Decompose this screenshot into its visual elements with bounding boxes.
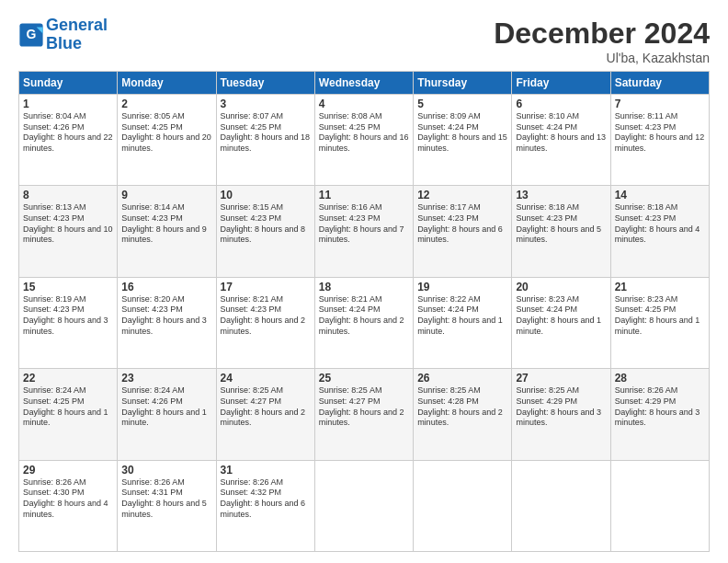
day-cell-10: 10 Sunrise: 8:15 AMSunset: 4:23 PMDaylig… (216, 186, 314, 277)
day-cell-9: 9 Sunrise: 8:14 AMSunset: 4:23 PMDayligh… (118, 186, 216, 277)
logo: G General Blue (18, 17, 108, 53)
day-cell-6: 6 Sunrise: 8:10 AMSunset: 4:24 PMDayligh… (512, 95, 610, 186)
day-cell-7: 7 Sunrise: 8:11 AMSunset: 4:23 PMDayligh… (610, 95, 709, 186)
day-cell-14: 14 Sunrise: 8:18 AMSunset: 4:23 PMDaylig… (610, 186, 709, 277)
week-row-1: 1 Sunrise: 8:04 AMSunset: 4:26 PMDayligh… (19, 95, 710, 186)
header-sunday: Sunday (19, 72, 118, 95)
week-row-2: 8 Sunrise: 8:13 AMSunset: 4:23 PMDayligh… (19, 186, 710, 277)
day-cell-22: 22 Sunrise: 8:24 AMSunset: 4:25 PMDaylig… (19, 369, 118, 460)
header-tuesday: Tuesday (216, 72, 314, 95)
empty-cell-1 (314, 460, 413, 551)
day-cell-4: 4 Sunrise: 8:08 AMSunset: 4:25 PMDayligh… (314, 95, 413, 186)
page: G General Blue December 2024 Ul'ba, Kaza… (0, 0, 728, 563)
day-cell-18: 18 Sunrise: 8:21 AMSunset: 4:24 PMDaylig… (314, 277, 413, 368)
day-cell-19: 19 Sunrise: 8:22 AMSunset: 4:24 PMDaylig… (414, 277, 512, 368)
day-cell-31: 31 Sunrise: 8:26 AMSunset: 4:32 PMDaylig… (216, 460, 314, 551)
day-cell-30: 30 Sunrise: 8:26 AMSunset: 4:31 PMDaylig… (118, 460, 216, 551)
day-cell-11: 11 Sunrise: 8:16 AMSunset: 4:23 PMDaylig… (314, 186, 413, 277)
week-row-3: 15 Sunrise: 8:19 AMSunset: 4:23 PMDaylig… (19, 277, 710, 368)
day-cell-23: 23 Sunrise: 8:24 AMSunset: 4:26 PMDaylig… (118, 369, 216, 460)
header: G General Blue December 2024 Ul'ba, Kaza… (18, 17, 710, 65)
day-cell-24: 24 Sunrise: 8:25 AMSunset: 4:27 PMDaylig… (216, 369, 314, 460)
day-cell-2: 2 Sunrise: 8:05 AMSunset: 4:25 PMDayligh… (118, 95, 216, 186)
day-cell-12: 12 Sunrise: 8:17 AMSunset: 4:23 PMDaylig… (414, 186, 512, 277)
week-row-4: 22 Sunrise: 8:24 AMSunset: 4:25 PMDaylig… (19, 369, 710, 460)
empty-cell-2 (414, 460, 512, 551)
day-cell-15: 15 Sunrise: 8:19 AMSunset: 4:23 PMDaylig… (19, 277, 118, 368)
week-row-5: 29 Sunrise: 8:26 AMSunset: 4:30 PMDaylig… (19, 460, 710, 551)
day-cell-17: 17 Sunrise: 8:21 AMSunset: 4:23 PMDaylig… (216, 277, 314, 368)
day-cell-16: 16 Sunrise: 8:20 AMSunset: 4:23 PMDaylig… (118, 277, 216, 368)
header-thursday: Thursday (414, 72, 512, 95)
day-cell-3: 3 Sunrise: 8:07 AMSunset: 4:25 PMDayligh… (216, 95, 314, 186)
logo-icon: G (18, 22, 44, 48)
svg-text:G: G (27, 27, 37, 41)
day-cell-5: 5 Sunrise: 8:09 AMSunset: 4:24 PMDayligh… (414, 95, 512, 186)
day-cell-1: 1 Sunrise: 8:04 AMSunset: 4:26 PMDayligh… (19, 95, 118, 186)
month-title: December 2024 (494, 17, 710, 51)
empty-cell-3 (512, 460, 610, 551)
day-cell-25: 25 Sunrise: 8:25 AMSunset: 4:27 PMDaylig… (314, 369, 413, 460)
location: Ul'ba, Kazakhstan (494, 51, 710, 65)
logo-text: General Blue (46, 17, 108, 53)
day-cell-20: 20 Sunrise: 8:23 AMSunset: 4:24 PMDaylig… (512, 277, 610, 368)
logo-blue: Blue (46, 34, 82, 52)
header-wednesday: Wednesday (314, 72, 413, 95)
day-cell-26: 26 Sunrise: 8:25 AMSunset: 4:28 PMDaylig… (414, 369, 512, 460)
empty-cell-4 (610, 460, 709, 551)
day-cell-21: 21 Sunrise: 8:23 AMSunset: 4:25 PMDaylig… (610, 277, 709, 368)
day-cell-29: 29 Sunrise: 8:26 AMSunset: 4:30 PMDaylig… (19, 460, 118, 551)
header-monday: Monday (118, 72, 216, 95)
header-saturday: Saturday (610, 72, 709, 95)
weekday-header-row: Sunday Monday Tuesday Wednesday Thursday… (19, 72, 710, 95)
day-cell-27: 27 Sunrise: 8:25 AMSunset: 4:29 PMDaylig… (512, 369, 610, 460)
day-cell-13: 13 Sunrise: 8:18 AMSunset: 4:23 PMDaylig… (512, 186, 610, 277)
header-friday: Friday (512, 72, 610, 95)
title-block: December 2024 Ul'ba, Kazakhstan (494, 17, 710, 65)
logo-general: General (46, 16, 108, 34)
day-cell-28: 28 Sunrise: 8:26 AMSunset: 4:29 PMDaylig… (610, 369, 709, 460)
day-cell-8: 8 Sunrise: 8:13 AMSunset: 4:23 PMDayligh… (19, 186, 118, 277)
calendar-table: Sunday Monday Tuesday Wednesday Thursday… (18, 71, 710, 552)
